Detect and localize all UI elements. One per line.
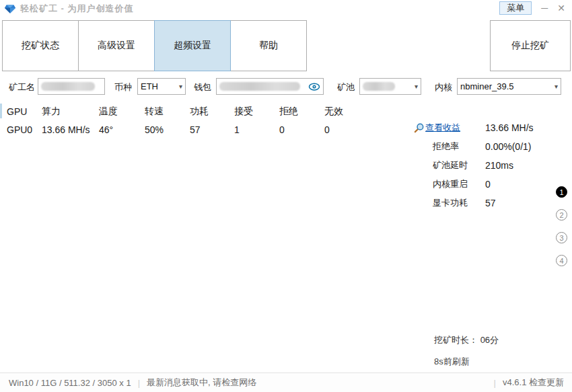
titlebar: 轻松矿工 - 为用户创造价值 菜单 ─ ✕ xyxy=(0,0,572,17)
refresh-status: 8s前刷新 xyxy=(434,356,499,368)
page-dot-2[interactable]: 2 xyxy=(556,209,567,221)
app-logo-icon xyxy=(4,4,16,14)
kernel-restarts-label: 内核重启 xyxy=(433,178,485,190)
minimize-icon[interactable]: ─ xyxy=(541,2,548,14)
page-dot-4[interactable]: 4 xyxy=(556,255,567,266)
col-hashrate: 算力 xyxy=(42,106,99,118)
coin-label: 币种 xyxy=(114,81,132,93)
stat-reject-rate: 拒绝率 0.00%(0/1) xyxy=(414,137,548,156)
cell-temperature: 46° xyxy=(99,124,145,135)
cell-rejected: 0 xyxy=(279,124,324,135)
chevron-down-icon: ▾ xyxy=(555,83,558,90)
stat-gpu-power: 显卡功耗 57 xyxy=(414,194,548,212)
magnifier-icon xyxy=(414,123,424,133)
col-gpu: GPU xyxy=(7,106,42,117)
page-indicator: 1 2 3 4 xyxy=(556,186,567,266)
cell-invalid: 0 xyxy=(324,124,365,135)
kernel-select[interactable]: nbminer_39.5 ▾ xyxy=(457,78,561,95)
version-update-link[interactable]: v4.6.1 检查更新 xyxy=(503,377,564,389)
gpu-power-label: 显卡功耗 xyxy=(433,197,485,209)
window-title: 轻松矿工 - 为用户创造价值 xyxy=(20,3,134,15)
gpu-table: GPU 算力 温度 转速 功耗 接受 拒绝 无效 GPU0 13.66 MH/s… xyxy=(0,102,377,139)
mining-duration-label: 挖矿时长： xyxy=(434,335,478,345)
miner-name-label: 矿工名 xyxy=(9,81,35,93)
stat-earnings: 查看收益 13.66 MH/s xyxy=(414,118,548,137)
close-icon[interactable]: ✕ xyxy=(557,2,565,14)
divider: | xyxy=(138,378,140,388)
pool-latency-label: 矿池延时 xyxy=(433,159,485,171)
chevron-down-icon: ▾ xyxy=(415,83,418,90)
pool-select[interactable]: ▾ xyxy=(359,78,421,95)
stop-mining-button[interactable]: 停止挖矿 xyxy=(490,20,571,71)
pool-label: 矿池 xyxy=(337,81,355,93)
status-bar: Win10 / 11G / 511.32 / 3050 x 1 | 最新消息获取… xyxy=(0,373,572,392)
masked-wallet xyxy=(219,82,300,91)
col-temperature: 温度 xyxy=(99,106,145,118)
total-hashrate-value: 13.66 MH/s xyxy=(485,122,534,133)
cell-gpu: GPU0 xyxy=(7,124,42,135)
table-row[interactable]: GPU0 13.66 MH/s 46° 50% 57 1 0 0 xyxy=(0,120,377,139)
status-message: 最新消息获取中, 请检查网络 xyxy=(147,377,256,389)
miner-name-input[interactable] xyxy=(38,78,105,95)
wallet-input[interactable] xyxy=(216,78,324,95)
system-info: Win10 / 11G / 511.32 / 3050 x 1 xyxy=(9,378,131,388)
config-row: 矿工名 币种 ETH ▾ 钱包 矿池 ▾ 内核 nbminer_39.5 ▾ xyxy=(0,78,572,95)
cell-hashrate: 13.66 MH/s xyxy=(42,124,99,135)
tab-mining-status[interactable]: 挖矿状态 xyxy=(2,20,79,71)
cell-fan-speed: 50% xyxy=(145,124,190,135)
pool-latency-value: 210ms xyxy=(485,160,513,171)
col-accepted: 接受 xyxy=(234,106,279,118)
coin-select[interactable]: ETH ▾ xyxy=(137,78,186,95)
eye-icon[interactable] xyxy=(308,82,320,91)
tab-overclock-settings[interactable]: 超频设置 xyxy=(154,20,231,71)
col-power: 功耗 xyxy=(190,106,234,118)
stats-panel: 查看收益 13.66 MH/s 拒绝率 0.00%(0/1) 矿池延时 210m… xyxy=(414,118,548,212)
divider: | xyxy=(494,378,496,388)
masked-miner-name xyxy=(41,82,95,91)
stat-kernel-restarts: 内核重启 0 xyxy=(414,175,548,194)
page-dot-3[interactable]: 3 xyxy=(556,232,567,243)
masked-pool xyxy=(363,82,395,91)
col-invalid: 无效 xyxy=(324,106,365,118)
tab-bar: 挖矿状态 高级设置 超频设置 帮助 xyxy=(2,20,307,71)
table-header-row: GPU 算力 温度 转速 功耗 接受 拒绝 无效 xyxy=(0,102,377,120)
gpu-power-value: 57 xyxy=(485,198,496,208)
page-dot-1[interactable]: 1 xyxy=(556,186,567,198)
kernel-value: nbminer_39.5 xyxy=(460,81,514,91)
kernel-label: 内核 xyxy=(435,81,452,93)
kernel-restarts-value: 0 xyxy=(485,179,491,190)
stat-pool-latency: 矿池延时 210ms xyxy=(414,156,548,175)
cell-power: 57 xyxy=(190,124,234,135)
reject-rate-label: 拒绝率 xyxy=(433,141,485,153)
menu-button[interactable]: 菜单 xyxy=(499,1,532,15)
col-rejected: 拒绝 xyxy=(279,106,324,118)
tab-advanced-settings[interactable]: 高级设置 xyxy=(78,20,155,71)
tab-help[interactable]: 帮助 xyxy=(230,20,307,71)
col-fan-speed: 转速 xyxy=(145,106,190,118)
cell-accepted: 1 xyxy=(234,124,279,135)
wallet-label: 钱包 xyxy=(194,81,211,93)
chevron-down-icon: ▾ xyxy=(179,83,182,90)
session-info: 挖矿时长： 06分 8s前刷新 xyxy=(434,334,499,368)
view-earnings-link[interactable]: 查看收益 xyxy=(425,122,460,134)
reject-rate-value: 0.00%(0/1) xyxy=(485,141,531,152)
mining-duration-value: 06分 xyxy=(480,335,499,345)
coin-value: ETH xyxy=(141,81,158,91)
